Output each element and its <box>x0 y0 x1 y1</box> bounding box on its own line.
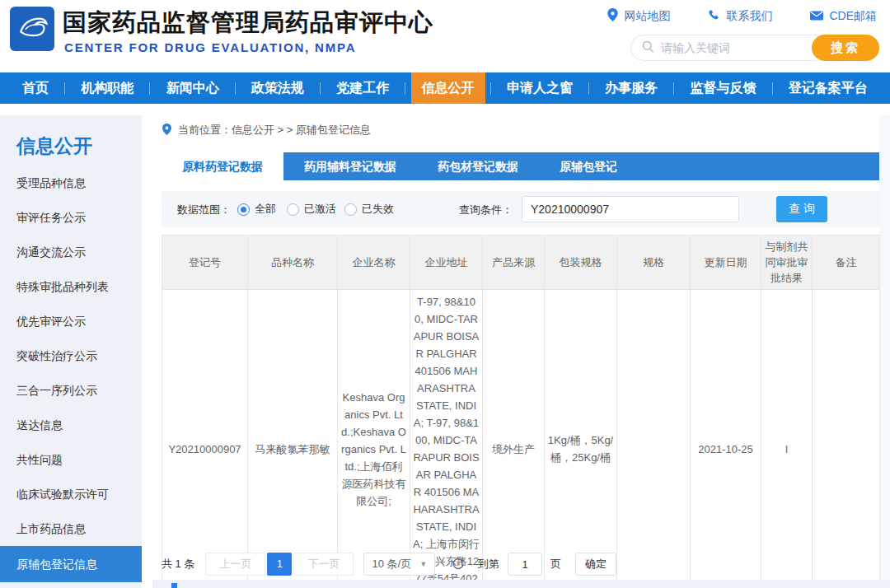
search-input[interactable] <box>661 41 785 54</box>
query-search-button[interactable]: 查 询 <box>776 196 827 222</box>
radio-activated-label: 已激活 <box>304 202 336 217</box>
cell-joint-review-result: I <box>761 290 813 588</box>
radio-circle-icon <box>237 203 250 216</box>
sidebar-item-review-tasks[interactable]: 审评任务公示 <box>0 200 142 235</box>
page-size-select[interactable]: 10 条/页 ▼ <box>363 553 435 576</box>
sidebar-item-accepted-varieties[interactable]: 受理品种信息 <box>0 166 142 200</box>
cell-company-address: T-97, 98&100, MIDC-TARAPUR BOISAR PALGHA… <box>410 290 483 588</box>
col-header-product-source: 产品来源 <box>483 236 545 290</box>
right-gutter <box>879 115 890 588</box>
table-row: Y20210000907 马来酸氯苯那敏 Keshava Organics Pv… <box>162 290 880 588</box>
mail-icon <box>810 10 823 23</box>
nav-item-supervision-feedback[interactable]: 监督与反馈 <box>680 72 767 104</box>
contact-link[interactable]: 联系我们 <box>708 8 772 24</box>
breadcrumb-text: 当前位置：信息公开 > > 原辅包登记信息 <box>178 123 371 138</box>
col-header-registration-no: 登记号 <box>162 236 248 290</box>
location-pin-icon <box>607 8 618 24</box>
pagination: 共 1 条 上一页 1 下一页 10 条/页 ▼ 到第 页 确定 <box>162 552 879 576</box>
site-header: 国家药品监督管理局药品审评中心 CENTER FOR DRUG EVALUATI… <box>0 0 890 72</box>
col-header-remarks: 备注 <box>813 236 880 290</box>
cde-logo[interactable] <box>10 7 54 51</box>
goto-page-input[interactable] <box>508 553 542 576</box>
tab-api-registration[interactable]: 原料药登记数据 <box>162 152 283 180</box>
swan-logo-icon <box>14 9 50 49</box>
breadcrumb: 当前位置：信息公开 > > 原辅包登记信息 <box>162 123 371 138</box>
cell-registration-no: Y20210000907 <box>162 290 248 588</box>
mailbox-link[interactable]: CDE邮箱 <box>810 8 877 24</box>
mailbox-label: CDE邮箱 <box>829 9 877 24</box>
sidebar-item-delivery-info[interactable]: 送达信息 <box>0 408 142 442</box>
nav-item-party-building[interactable]: 党建工作 <box>326 72 400 104</box>
nav-item-news[interactable]: 新闻中心 <box>156 72 230 104</box>
sidebar-item-marketed-drugs[interactable]: 上市药品信息 <box>0 511 142 546</box>
page-size-value: 10 条/页 <box>372 557 411 572</box>
radio-expired-label: 已失效 <box>362 202 394 217</box>
confirm-button[interactable]: 确定 <box>575 553 616 576</box>
goto-label: 到第 <box>478 557 499 572</box>
nav-separator <box>149 82 150 95</box>
filter-bar: 数据范围： 全部 已激活 已失效 查询条件： 查 询 <box>162 191 879 227</box>
radio-activated[interactable]: 已激活 <box>287 202 336 217</box>
sidebar-item-clinical-trial-license[interactable]: 临床试验默示许可 <box>0 477 142 511</box>
sitemap-link[interactable]: 网站地图 <box>607 8 670 24</box>
nav-item-applicant-window[interactable]: 申请人之窗 <box>496 72 583 104</box>
nav-item-information-disclosure[interactable]: 信息公开 <box>411 72 485 104</box>
nav-separator <box>588 82 589 95</box>
nav-item-policies[interactable]: 政策法规 <box>241 72 315 104</box>
nav-separator <box>235 82 236 95</box>
goto-unit: 页 <box>550 557 561 572</box>
nav-separator <box>320 82 321 95</box>
sidebar-item-common-issues[interactable]: 共性问题 <box>0 442 142 477</box>
refresh-button[interactable] <box>452 558 465 571</box>
sitemap-label: 网站地图 <box>624 9 670 24</box>
col-header-packaging-spec: 包装规格 <box>545 236 617 290</box>
nav-item-functions[interactable]: 机构职能 <box>70 72 144 104</box>
sidebar-item-three-in-one[interactable]: 三合一序列公示 <box>0 373 142 408</box>
radio-expired[interactable]: 已失效 <box>344 202 394 217</box>
sidebar-title: 信息公开 <box>0 115 142 166</box>
main-nav: 首页 机构职能 新闻中心 政策法规 党建工作 信息公开 申请人之窗 办事服务 监… <box>0 72 890 104</box>
col-header-variety-name: 品种名称 <box>248 236 338 290</box>
page-1-button[interactable]: 1 <box>267 553 292 576</box>
radio-all[interactable]: 全部 <box>237 202 276 217</box>
cell-variety-name: 马来酸氯苯那敏 <box>248 290 338 588</box>
total-count: 共 1 条 <box>162 557 194 572</box>
sidebar-item-breakthrough-therapy[interactable]: 突破性治疗公示 <box>0 338 142 373</box>
col-header-update-date: 更新日期 <box>691 236 761 290</box>
nav-item-registration-platform[interactable]: 登记备案平台 <box>778 72 878 104</box>
col-header-joint-review-result: 与制剂共同审批审批结果 <box>761 236 813 290</box>
query-label: 查询条件： <box>459 203 513 217</box>
prev-page-button[interactable]: 上一页 <box>205 553 265 576</box>
sidebar-item-priority-review[interactable]: 优先审评公示 <box>0 304 142 338</box>
contact-label: 联系我们 <box>726 9 772 24</box>
nav-separator <box>405 82 405 95</box>
caret-down-icon: ▼ <box>419 560 427 568</box>
next-page-button[interactable]: 下一页 <box>293 553 354 576</box>
col-header-spec: 规格 <box>617 236 691 290</box>
nav-separator <box>490 82 491 95</box>
quick-links: 网站地图 联系我们 CDE邮箱 <box>607 8 877 24</box>
cell-spec <box>617 290 691 588</box>
page: 国家药品监督管理局药品审评中心 CENTER FOR DRUG EVALUATI… <box>0 0 890 588</box>
tab-raw-excipient-packaging[interactable]: 原辅包登记 <box>539 152 638 180</box>
tab-excipient-registration[interactable]: 药用辅料登记数据 <box>283 152 417 180</box>
site-title: 国家药品监督管理局药品审评中心 <box>63 7 433 40</box>
radio-circle-icon <box>344 203 357 216</box>
sidebar-item-raw-excipient-packaging[interactable]: 原辅包登记信息 <box>0 546 142 582</box>
query-input[interactable] <box>522 196 739 222</box>
cell-update-date: 2021-10-25 <box>691 290 761 588</box>
nav-item-home[interactable]: 首页 <box>12 72 59 104</box>
search-icon <box>642 40 654 56</box>
tab-packaging-registration[interactable]: 药包材登记数据 <box>417 152 539 180</box>
scope-label: 数据范围： <box>177 203 231 217</box>
sidebar-item-special-approval[interactable]: 特殊审批品种列表 <box>0 269 142 304</box>
bottom-section-edge <box>152 580 890 588</box>
cell-company-name: Keshava Organics Pvt. Ltd.;Keshava Organ… <box>338 290 410 588</box>
search-button[interactable]: 搜索 <box>812 35 879 61</box>
sidebar-item-communication[interactable]: 沟通交流公示 <box>0 235 142 269</box>
refresh-icon <box>452 558 465 571</box>
nav-item-services[interactable]: 办事服务 <box>594 72 668 104</box>
cell-remarks <box>813 290 880 588</box>
site-subtitle: CENTER FOR DRUG EVALUATION, NMPA <box>64 40 356 54</box>
cell-product-source: 境外生产 <box>483 290 545 588</box>
